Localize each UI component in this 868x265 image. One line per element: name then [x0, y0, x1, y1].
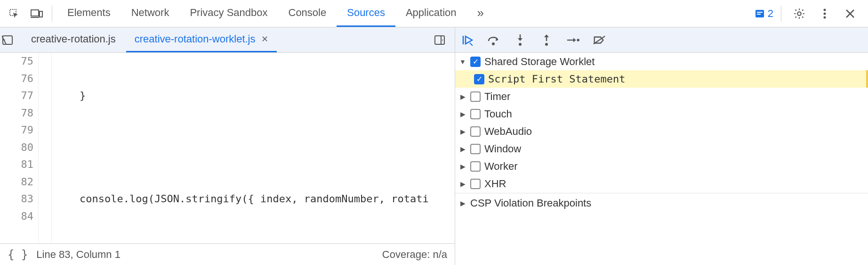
breakpoint-group-xhr[interactable]: ▶ XHR — [455, 175, 868, 193]
checkbox-unchecked[interactable] — [470, 109, 481, 119]
breakpoint-group-timer[interactable]: ▶ Timer — [455, 88, 868, 105]
file-tabs: creative-rotation.js creative-rotation-w… — [0, 27, 455, 52]
deactivate-breakpoints-icon[interactable] — [593, 33, 606, 47]
svg-point-10 — [824, 16, 826, 18]
tab-console[interactable]: Console — [278, 0, 337, 27]
navigator-toggle-icon[interactable] — [2, 34, 21, 46]
tab-privacy-sandbox[interactable]: Privacy Sandbox — [179, 0, 278, 27]
tab-elements[interactable]: Elements — [57, 0, 121, 27]
csp-violation-breakpoints[interactable]: ▶ CSP Violation Breakpoints — [455, 193, 868, 214]
debugger-toggle-icon[interactable] — [434, 34, 453, 46]
checkbox-checked[interactable]: ✓ — [474, 74, 484, 84]
checkbox-unchecked[interactable] — [470, 179, 481, 189]
tab-sources[interactable]: Sources — [337, 0, 395, 27]
svg-point-21 — [545, 43, 548, 46]
svg-point-8 — [824, 8, 826, 11]
checkbox-unchecked[interactable] — [470, 126, 481, 137]
divider — [781, 6, 781, 22]
file-tab-active[interactable]: creative-rotation-worklet.js ✕ — [126, 27, 277, 52]
checkbox-unchecked[interactable] — [470, 144, 481, 154]
tab-more[interactable]: » — [467, 0, 494, 27]
breakpoint-group-touch[interactable]: ▶ Touch — [455, 105, 868, 123]
sources-toolbar: creative-rotation.js creative-rotation-w… — [0, 27, 868, 53]
code-content: } console.log(JSON.stringify({ index, ra… — [52, 53, 455, 243]
svg-rect-1 — [31, 10, 39, 16]
file-tab-inactive[interactable]: creative-rotation.js — [23, 27, 124, 52]
top-right-controls: 2 — [755, 3, 864, 24]
svg-point-23 — [577, 39, 579, 41]
issues-count: 2 — [768, 8, 773, 20]
checkbox-checked[interactable]: ✓ — [470, 57, 481, 67]
issues-button[interactable]: 2 — [755, 8, 773, 20]
chevron-right-icon: ▶ — [459, 180, 466, 188]
inspect-icon[interactable] — [4, 3, 24, 24]
editor-pane: 75 76 77 78 79 80 81 82 83 84 } console.… — [0, 53, 455, 265]
chevron-right-icon: ▶ — [459, 145, 466, 153]
code-editor[interactable]: 75 76 77 78 79 80 81 82 83 84 } console.… — [0, 53, 455, 243]
step-icon[interactable] — [566, 33, 579, 47]
resume-icon[interactable] — [461, 33, 474, 47]
svg-rect-5 — [757, 12, 763, 13]
breakpoint-group-worker[interactable]: ▶ Worker — [455, 158, 868, 175]
breakpoint-script-first-statement[interactable]: ✓ Script First Statement — [455, 70, 868, 88]
file-tab-label: creative-rotation-worklet.js — [135, 33, 256, 45]
breakpoint-group-shared-storage[interactable]: ▼ ✓ Shared Storage Worklet — [455, 53, 868, 70]
close-icon[interactable] — [840, 3, 860, 24]
settings-icon[interactable] — [789, 3, 810, 24]
checkbox-unchecked[interactable] — [470, 91, 481, 102]
debugger-controls — [455, 27, 611, 52]
line-gutter: 75 76 77 78 79 80 81 82 83 84 — [0, 53, 39, 243]
content-row: 75 76 77 78 79 80 81 82 83 84 } console.… — [0, 53, 868, 265]
divider — [52, 6, 52, 22]
svg-point-17 — [492, 42, 495, 45]
chevron-right-icon: ▶ — [459, 110, 466, 118]
close-tab-icon[interactable]: ✕ — [261, 34, 268, 44]
pretty-print-icon[interactable]: { } — [8, 248, 28, 261]
step-over-icon[interactable] — [487, 33, 500, 47]
tab-application[interactable]: Application — [395, 0, 467, 27]
coverage-status: Coverage: n/a — [382, 248, 447, 261]
file-tab-label: creative-rotation.js — [31, 33, 116, 45]
chevron-right-icon: ▶ — [459, 199, 466, 207]
chevron-down-icon: ▼ — [459, 58, 466, 66]
svg-point-19 — [519, 43, 522, 46]
panel-tabs: Elements Network Privacy Sandbox Console… — [57, 0, 753, 27]
svg-point-7 — [797, 12, 801, 16]
device-toolbar-icon[interactable] — [26, 3, 47, 24]
svg-rect-6 — [757, 14, 761, 15]
tab-network[interactable]: Network — [121, 0, 180, 27]
editor-status-bar: { } Line 83, Column 1 Coverage: n/a — [0, 243, 455, 265]
svg-rect-3 — [40, 11, 42, 17]
breakpoint-group-webaudio[interactable]: ▶ WebAudio — [455, 123, 868, 140]
devtools-top-bar: Elements Network Privacy Sandbox Console… — [0, 0, 868, 27]
kebab-menu-icon[interactable] — [814, 3, 835, 24]
step-out-icon[interactable] — [540, 33, 553, 47]
step-into-icon[interactable] — [514, 33, 527, 47]
chevron-right-icon: ▶ — [459, 128, 466, 135]
breakpoint-group-window[interactable]: ▶ Window — [455, 140, 868, 157]
chevron-right-icon: ▶ — [459, 163, 466, 170]
checkbox-unchecked[interactable] — [470, 161, 481, 172]
chevron-right-icon: ▶ — [459, 93, 466, 100]
breakpoints-pane: ▼ ✓ Shared Storage Worklet ✓ Script Firs… — [455, 53, 868, 265]
svg-point-9 — [824, 12, 826, 15]
cursor-position: Line 83, Column 1 — [36, 248, 121, 261]
